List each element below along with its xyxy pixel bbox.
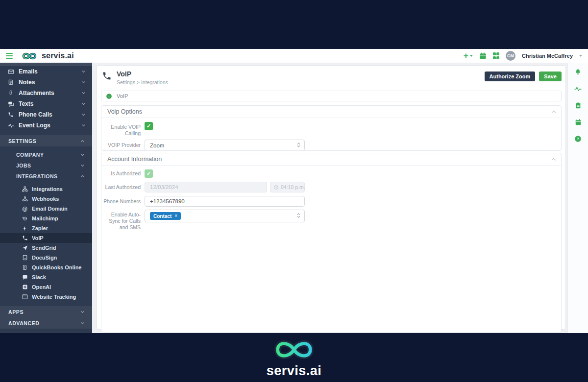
sidebar-item-slack[interactable]: Slack bbox=[0, 272, 92, 282]
phone-icon bbox=[22, 235, 28, 241]
info-icon bbox=[106, 93, 112, 99]
chevron-down-icon bbox=[82, 91, 85, 94]
phone-icon bbox=[7, 112, 14, 118]
sidebar-section-apps[interactable]: APPS bbox=[0, 306, 92, 317]
user-menu-chevron-icon[interactable] bbox=[579, 55, 582, 57]
servis-logo-icon bbox=[21, 51, 38, 61]
pulse-icon bbox=[7, 122, 14, 129]
contact-tag: Contact × bbox=[150, 212, 181, 220]
field-label: Last Authorized bbox=[101, 182, 141, 191]
sidebar-item-attachments[interactable]: Attachments bbox=[0, 88, 92, 98]
brand-name: servis.ai bbox=[42, 51, 74, 60]
right-icon-strip: ? bbox=[567, 63, 588, 333]
autosync-multiselect[interactable]: Contact × bbox=[145, 210, 305, 222]
sidebar-item-notes[interactable]: Notes bbox=[0, 77, 92, 88]
select-stepper-icon bbox=[297, 141, 300, 150]
sidebar-group-integrations[interactable]: INTEGRATIONS bbox=[0, 171, 92, 182]
sidebar-item-zapier[interactable]: Zapier bbox=[0, 223, 92, 233]
page-header: VoIP Settings > Integrations Authorize Z… bbox=[97, 66, 565, 88]
collapse-chevron-icon[interactable] bbox=[552, 110, 556, 114]
sidebar-item-openai[interactable]: OpenAI bbox=[0, 282, 92, 292]
sidebar-item-webhooks[interactable]: Webhooks bbox=[0, 194, 92, 204]
sidebar-section-advanced[interactable]: ADVANCED bbox=[0, 317, 92, 329]
note-icon bbox=[7, 79, 14, 85]
sidebar-item-website-tracking[interactable]: Website Tracking bbox=[0, 292, 92, 302]
paper-plane-icon bbox=[22, 245, 28, 251]
signature-document-icon bbox=[22, 255, 28, 261]
sidebar-section-settings[interactable]: SETTINGS bbox=[0, 135, 92, 146]
chevron-down-icon bbox=[82, 101, 85, 105]
collapse-chevron-icon[interactable] bbox=[552, 158, 556, 162]
help-icon[interactable]: ? bbox=[574, 135, 582, 143]
chevron-down-icon bbox=[81, 152, 84, 156]
sidebar-item-emails[interactable]: Emails bbox=[0, 66, 92, 77]
apps-grid-icon[interactable] bbox=[493, 52, 500, 59]
notifications-bell-icon[interactable] bbox=[574, 68, 582, 76]
tasks-clipboard-icon[interactable] bbox=[574, 101, 582, 109]
info-banner: VoIP bbox=[101, 91, 562, 101]
field-label: VOIP Provider bbox=[101, 140, 141, 148]
phone-numbers-input[interactable] bbox=[145, 196, 305, 207]
voip-provider-select[interactable]: Zoom bbox=[145, 140, 305, 151]
footer: servis.ai bbox=[0, 333, 588, 382]
mailchimp-icon bbox=[22, 215, 28, 221]
page-title: VoIP bbox=[117, 70, 168, 78]
servis-logo-icon bbox=[270, 337, 318, 364]
chevron-down-icon bbox=[82, 80, 85, 83]
calendar-icon[interactable] bbox=[479, 52, 487, 60]
sitemap-icon bbox=[22, 186, 28, 192]
top-navbar: servis.ai + CM Christian McCaffrey bbox=[0, 49, 588, 63]
field-label: Enable VOIP Calling bbox=[101, 122, 141, 137]
calendar-icon[interactable] bbox=[574, 118, 582, 126]
chevron-up-icon bbox=[81, 140, 84, 143]
chevron-down-icon bbox=[81, 163, 84, 167]
sidebar-item-quickbooks[interactable]: QuickBooks Online bbox=[0, 263, 92, 272]
svg-text:?: ? bbox=[577, 137, 579, 141]
sidebar-item-integrations[interactable]: Integrations bbox=[0, 184, 92, 194]
sidebar-group-company[interactable]: COMPANY bbox=[0, 149, 92, 160]
authorize-zoom-button[interactable]: Authorize Zoom bbox=[485, 72, 536, 81]
last-authorized-date-field[interactable]: 12/03/2024 bbox=[145, 182, 267, 192]
sidebar-group-jobs[interactable]: JOBS bbox=[0, 160, 92, 171]
chevron-up-icon bbox=[81, 175, 84, 179]
sidebar-item-texts[interactable]: Texts bbox=[0, 98, 92, 109]
is-authorized-checkbox[interactable] bbox=[145, 169, 153, 178]
info-banner-text: VoIP bbox=[117, 93, 128, 99]
chat-square-icon bbox=[22, 274, 28, 280]
chevron-down-icon bbox=[82, 112, 85, 116]
sidebar-item-docusign[interactable]: DocuSign bbox=[0, 253, 92, 263]
section-title: Account Information bbox=[107, 156, 552, 163]
workspace: Emails Notes Attachments Texts Phone Cal… bbox=[0, 63, 588, 333]
avatar[interactable]: CM bbox=[506, 51, 515, 61]
openai-icon bbox=[22, 284, 28, 290]
sidebar-item-mailchimp[interactable]: Mailchimp bbox=[0, 214, 92, 223]
remove-tag-icon[interactable]: × bbox=[174, 214, 177, 218]
menu-hamburger-icon[interactable] bbox=[6, 53, 13, 59]
activity-pulse-icon[interactable] bbox=[574, 85, 582, 93]
sidebar-item-voip[interactable]: VoIP bbox=[0, 233, 92, 243]
clock-icon bbox=[273, 185, 279, 190]
chevron-down-icon bbox=[82, 123, 85, 126]
sidebar-item-partial[interactable] bbox=[0, 63, 92, 66]
account-information-section: Account Information Is Authorized Last A… bbox=[101, 153, 562, 333]
last-authorized-time-field[interactable]: 04:10 p.m. bbox=[270, 182, 305, 192]
breadcrumb: Settings > Integrations bbox=[117, 79, 168, 85]
main-panel: VoIP Settings > Integrations Authorize Z… bbox=[97, 65, 566, 330]
phone-icon bbox=[102, 71, 112, 83]
enable-voip-checkbox[interactable] bbox=[145, 122, 153, 130]
sidebar-item-event-logs[interactable]: Event Logs bbox=[0, 120, 92, 131]
email-icon bbox=[7, 69, 14, 75]
sidebar-item-email-domain[interactable]: @ Email Domain bbox=[0, 204, 92, 214]
webhook-icon bbox=[22, 196, 28, 202]
section-title: Voip Options bbox=[107, 108, 552, 115]
sidebar: Emails Notes Attachments Texts Phone Cal… bbox=[0, 63, 92, 333]
chevron-down-icon bbox=[82, 69, 85, 72]
select-stepper-icon bbox=[297, 212, 300, 220]
field-label: Enable Auto-Sync for Calls and SMS bbox=[101, 210, 141, 231]
chevron-down-icon bbox=[470, 55, 473, 57]
quick-add-button[interactable]: + bbox=[464, 52, 473, 60]
at-sign-icon: @ bbox=[22, 206, 28, 212]
sidebar-item-sendgrid[interactable]: SendGrid bbox=[0, 243, 92, 253]
save-button[interactable]: Save bbox=[539, 72, 562, 81]
sidebar-item-phone-calls[interactable]: Phone Calls bbox=[0, 109, 92, 120]
